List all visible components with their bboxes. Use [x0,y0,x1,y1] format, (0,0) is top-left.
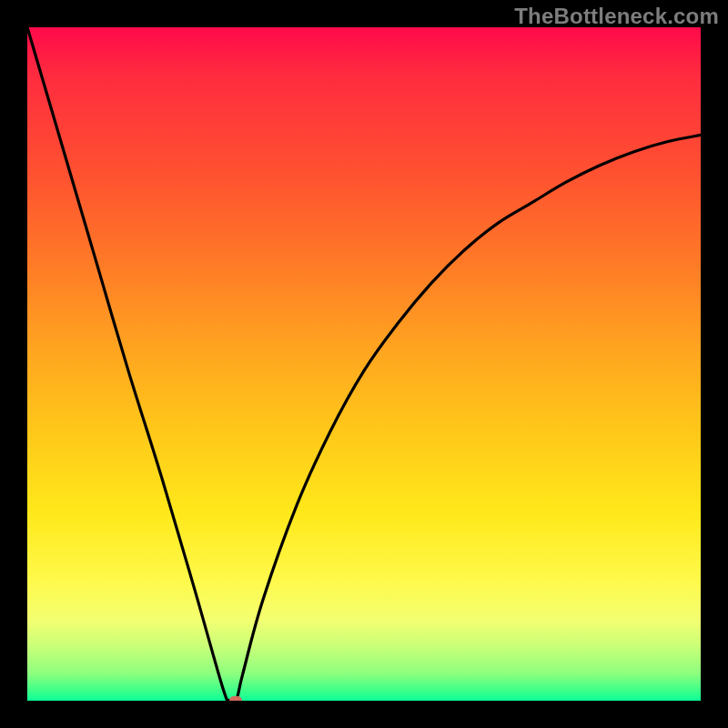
bottleneck-curve [27,27,701,701]
watermark-text: TheBottleneck.com [514,4,719,29]
plot-area [27,27,701,701]
curve-svg [27,27,701,701]
chart-frame: TheBottleneck.com [0,0,728,728]
